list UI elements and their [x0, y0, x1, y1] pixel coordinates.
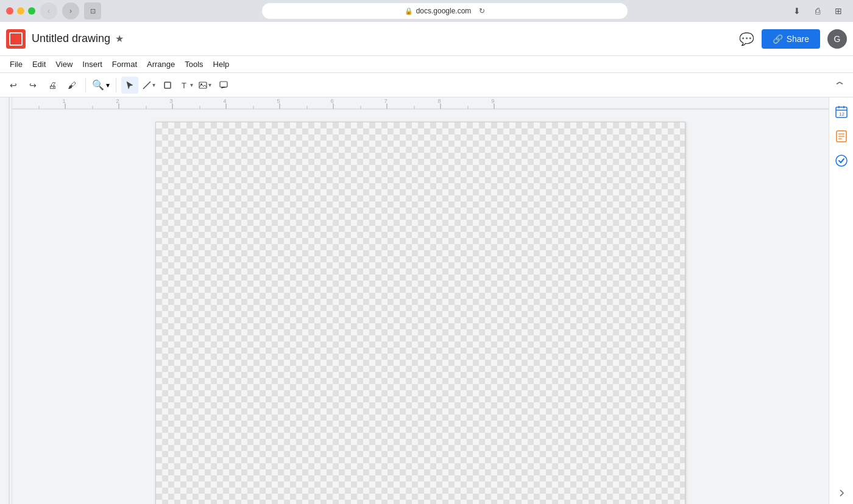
google-tasks-icon[interactable] [832, 151, 851, 170]
share-icon: 🔗 [773, 34, 783, 44]
browser-right-controls: ⬇ ⎙ ⊞ [788, 2, 847, 19]
browser-chrome: ‹ › ⊡ 🔒 docs.google.com ↻ ⬇ ⎙ ⊞ [0, 0, 853, 22]
traffic-lights [6, 7, 35, 15]
minimize-button[interactable] [17, 7, 24, 15]
menu-view[interactable]: View [51, 57, 77, 71]
text-tool-dropdown[interactable]: T ▾ [179, 78, 194, 93]
shape-tool[interactable] [159, 77, 176, 94]
left-ruler [0, 97, 12, 504]
google-calendar-icon[interactable]: 12 [832, 102, 851, 122]
menu-insert[interactable]: Insert [77, 57, 107, 71]
download-icon[interactable]: ⬇ [788, 2, 805, 19]
svg-text:3: 3 [169, 98, 172, 104]
svg-text:8: 8 [437, 98, 441, 104]
menu-help[interactable]: Help [208, 57, 235, 71]
divider-1 [85, 78, 86, 93]
document-title[interactable]: Untitled drawing [32, 32, 110, 45]
url-text: docs.google.com [416, 7, 472, 15]
svg-text:9: 9 [491, 98, 494, 104]
share-page-icon[interactable]: ⎙ [809, 2, 826, 19]
canvas-paper[interactable] [155, 122, 685, 504]
close-button[interactable] [6, 7, 13, 15]
menu-bar: File Edit View Insert Format Arrange Too… [0, 56, 853, 73]
drawing-canvas[interactable] [12, 110, 829, 504]
comment-icon[interactable]: 💬 [739, 32, 754, 46]
url-bar[interactable]: 🔒 docs.google.com ↻ [262, 3, 628, 19]
print-button[interactable]: 🖨 [44, 77, 61, 94]
divider-2 [116, 78, 116, 93]
svg-text:1: 1 [62, 98, 65, 104]
image-tool-arrow: ▾ [208, 82, 211, 88]
lock-icon: 🔒 [405, 7, 413, 15]
sidebar-toggle-icon[interactable]: ⊞ [830, 2, 847, 19]
svg-text:6: 6 [330, 98, 333, 104]
star-icon[interactable]: ★ [115, 33, 124, 44]
zoom-icon: 🔍 [92, 79, 104, 91]
svg-text:T: T [182, 81, 186, 90]
main-area: 1 2 3 4 5 6 7 8 9 [0, 97, 853, 504]
menu-tools[interactable]: Tools [180, 57, 208, 71]
app-logo [6, 29, 26, 49]
zoom-dropdown[interactable]: 🔍 ▾ [91, 77, 111, 93]
svg-text:2: 2 [116, 98, 119, 104]
image-tool-dropdown[interactable]: ▾ [197, 78, 213, 93]
line-tool-dropdown[interactable]: ▾ [141, 78, 157, 93]
svg-text:5: 5 [277, 98, 280, 104]
share-button[interactable]: 🔗 Share [762, 29, 820, 49]
svg-point-45 [836, 155, 847, 166]
svg-text:12: 12 [839, 111, 844, 117]
comment-tool[interactable] [215, 77, 232, 94]
svg-rect-1 [165, 82, 171, 88]
share-label: Share [787, 34, 809, 44]
tab-view-button[interactable]: ⊡ [84, 2, 101, 19]
menu-format[interactable]: Format [107, 57, 142, 71]
svg-text:7: 7 [384, 98, 387, 104]
text-tool-arrow: ▾ [190, 82, 193, 88]
refresh-icon[interactable]: ↻ [479, 7, 485, 15]
header-right: 💬 🔗 Share G [739, 29, 847, 49]
paint-format-button[interactable]: 🖌 [63, 77, 80, 94]
menu-file[interactable]: File [5, 57, 27, 71]
google-keep-icon[interactable] [832, 127, 851, 146]
canvas-area[interactable]: 1 2 3 4 5 6 7 8 9 [12, 97, 829, 504]
maximize-button[interactable] [28, 7, 35, 15]
menu-arrange[interactable]: Arrange [142, 57, 180, 71]
menu-edit[interactable]: Edit [27, 57, 51, 71]
right-sidebar: 12 [829, 97, 853, 504]
redo-button[interactable]: ↪ [24, 77, 41, 94]
sidebar-expand-button[interactable] [837, 489, 846, 499]
back-button[interactable]: ‹ [40, 2, 57, 19]
top-ruler: 1 2 3 4 5 6 7 8 9 [12, 97, 829, 110]
avatar[interactable]: G [827, 29, 847, 49]
app-header: Untitled drawing ★ 💬 🔗 Share G [0, 22, 853, 56]
svg-rect-5 [220, 82, 227, 87]
undo-button[interactable]: ↩ [5, 77, 22, 94]
svg-line-0 [143, 82, 150, 89]
collapse-toolbar-button[interactable] [831, 77, 848, 94]
forward-button[interactable]: › [62, 2, 79, 19]
toolbar: ↩ ↪ 🖨 🖌 🔍 ▾ ▾ T ▾ ▾ [0, 73, 853, 97]
select-tool[interactable] [121, 77, 138, 94]
svg-rect-3 [199, 82, 207, 88]
line-tool-arrow: ▾ [152, 82, 155, 88]
zoom-value: ▾ [106, 81, 110, 89]
svg-text:4: 4 [223, 98, 226, 104]
